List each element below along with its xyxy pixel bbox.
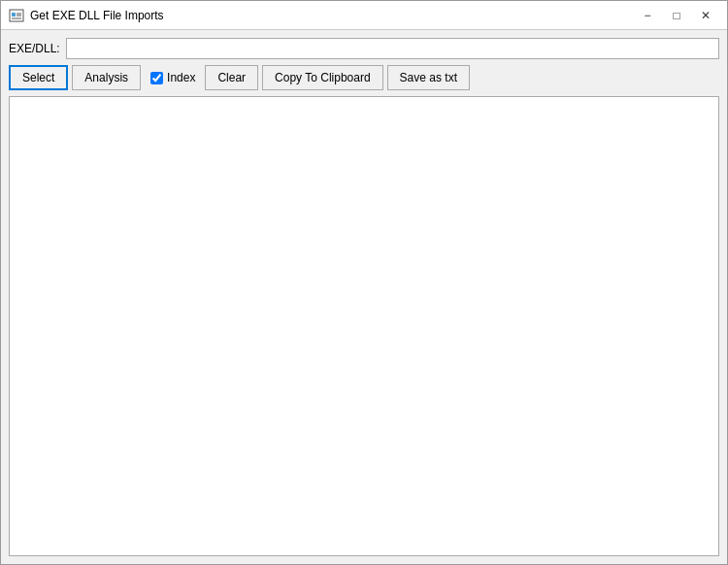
select-button[interactable]: Select	[9, 65, 68, 90]
copy-to-clipboard-button[interactable]: Copy To Clipboard	[262, 65, 383, 90]
maximize-button[interactable]: □	[663, 5, 690, 26]
index-checkbox-label[interactable]: Index	[145, 71, 201, 84]
output-area[interactable]	[9, 96, 719, 556]
index-label: Index	[167, 71, 195, 84]
output-content	[10, 97, 718, 105]
title-bar: Get EXE DLL File Imports − □ ✕	[1, 1, 727, 30]
content-area: EXE/DLL: Select Analysis Index Clear Cop…	[1, 30, 727, 564]
window-icon	[9, 8, 24, 23]
save-as-txt-button[interactable]: Save as txt	[387, 65, 470, 90]
close-button[interactable]: ✕	[692, 5, 719, 26]
exe-dll-label: EXE/DLL:	[9, 42, 60, 55]
window-controls: − □ ✕	[634, 5, 719, 26]
svg-rect-1	[12, 13, 16, 17]
main-window: Get EXE DLL File Imports − □ ✕ EXE/DLL: …	[0, 0, 728, 565]
analysis-button[interactable]: Analysis	[72, 65, 141, 90]
window-title: Get EXE DLL File Imports	[30, 9, 634, 22]
minimize-button[interactable]: −	[634, 5, 661, 26]
exe-dll-input[interactable]	[66, 38, 719, 59]
clear-button[interactable]: Clear	[205, 65, 258, 90]
index-checkbox[interactable]	[150, 72, 163, 84]
toolbar-row: Select Analysis Index Clear Copy To Clip…	[9, 65, 719, 90]
exe-dll-row: EXE/DLL:	[9, 38, 719, 59]
